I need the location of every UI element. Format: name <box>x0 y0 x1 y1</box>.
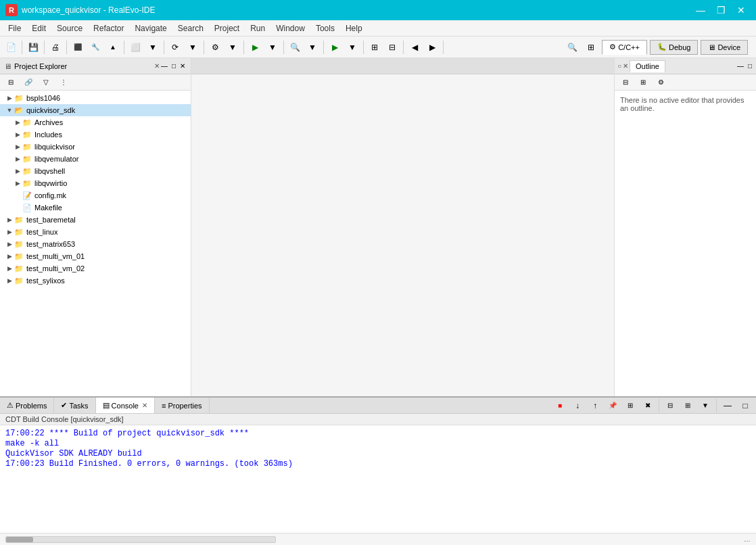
menu-source[interactable]: Source <box>51 22 88 34</box>
right-panel-minimize[interactable]: — <box>736 62 745 70</box>
tb-sep6 <box>204 41 204 54</box>
perspective-debug[interactable]: 🐛 Debug <box>650 40 698 55</box>
label-test-sylixos: test_sylixos <box>26 277 65 285</box>
tb-btn7[interactable]: 🔍 <box>287 39 303 55</box>
bt-maximize[interactable]: □ <box>737 398 753 414</box>
tab-console-label: Console <box>112 402 139 410</box>
bt-up[interactable]: ↑ <box>587 398 603 414</box>
tb-btn1[interactable]: ⬛ <box>70 39 86 55</box>
tb-save[interactable]: 💾 <box>25 39 41 55</box>
menu-navigate[interactable]: Navigate <box>129 22 172 34</box>
panel-minimize[interactable]: — <box>160 62 169 70</box>
pt-collapse[interactable]: ⊟ <box>3 74 19 91</box>
tb-dropdown2[interactable]: ▼ <box>185 39 201 55</box>
outline-content: There is no active editor that provides … <box>615 91 756 396</box>
tb-ext2[interactable]: ⊟ <box>384 39 400 55</box>
tab-properties[interactable]: ≡ Properties <box>155 398 210 413</box>
tb-dropdown4[interactable]: ▼ <box>264 39 281 55</box>
tree-item-test-multi-vm-02[interactable]: ▶ 📁 test_multi_vm_02 <box>0 262 191 275</box>
close-button[interactable]: ✕ <box>732 3 751 17</box>
tree-item-test-matrix653[interactable]: ▶ 📁 test_matrix653 <box>0 238 191 250</box>
bt-minimize[interactable]: — <box>719 398 736 414</box>
panel-maximize[interactable]: □ <box>170 62 177 70</box>
tb-layout[interactable]: ⊞ <box>583 39 599 55</box>
bt-console-btn1[interactable]: ⊟ <box>662 398 678 414</box>
tree-item-bspls1046[interactable]: ▶ 📁 bspls1046 <box>0 92 191 104</box>
minimize-button[interactable]: — <box>691 3 710 17</box>
rt-btn2[interactable]: ⊞ <box>635 74 651 91</box>
tb-print[interactable]: 🖨 <box>47 39 64 55</box>
label-includes: Includes <box>34 131 62 139</box>
bt-console-btn2[interactable]: ⊞ <box>680 398 696 414</box>
tb-run[interactable]: ▶ <box>247 39 263 55</box>
menu-help[interactable]: Help <box>340 22 368 34</box>
pt-menu[interactable]: ⋮ <box>55 74 72 91</box>
rt-btn3[interactable]: ⚙ <box>653 74 669 91</box>
tree-item-test-baremetal[interactable]: ▶ 📁 test_baremetal <box>0 214 191 226</box>
tb-ext1[interactable]: ⊞ <box>367 39 383 55</box>
menu-search[interactable]: Search <box>172 22 209 34</box>
pt-filter[interactable]: ▽ <box>38 74 54 91</box>
tree-item-libqvshell[interactable]: ▶ 📁 libqvshell <box>0 165 191 177</box>
tb-dropdown1[interactable]: ▼ <box>145 39 161 55</box>
perspective-cpp[interactable]: ⚙ C/C++ <box>602 40 647 55</box>
bt-pin[interactable]: 📌 <box>605 398 621 414</box>
tree-item-archives[interactable]: ▶ 📁 Archives <box>0 116 191 128</box>
bt-console-dropdown[interactable]: ▼ <box>697 398 713 414</box>
menu-edit[interactable]: Edit <box>26 22 51 34</box>
tree-item-test-multi-vm-01[interactable]: ▶ 📁 test_multi_vm_01 <box>0 250 191 262</box>
tree-item-configmk[interactable]: 📝 config.mk <box>0 189 191 202</box>
bt-sep <box>659 399 659 412</box>
tab-outline[interactable]: Outline <box>630 60 665 72</box>
bt-clear[interactable]: ✖ <box>640 398 656 414</box>
label-configmk: config.mk <box>34 191 66 199</box>
tb-next[interactable]: ▶ <box>424 39 440 55</box>
maximize-button[interactable]: ❐ <box>711 3 730 17</box>
tb-search[interactable]: 🔍 <box>564 39 580 55</box>
tb-btn5[interactable]: ⟳ <box>167 39 183 55</box>
menu-file[interactable]: File <box>3 22 26 34</box>
tab-console[interactable]: ▤ Console ✕ <box>96 398 155 413</box>
bottom-footer: … <box>0 533 756 545</box>
pt-link[interactable]: 🔗 <box>20 74 37 91</box>
bt-down[interactable]: ↓ <box>569 398 586 414</box>
tb-dropdown6[interactable]: ▼ <box>344 39 360 55</box>
tree-item-quickvisor-sdk[interactable]: ▼ 📂 quickvisor_sdk <box>0 104 191 116</box>
tree-item-libqvemulator[interactable]: ▶ 📁 libqvemulator <box>0 153 191 165</box>
folder-icon-archives: 📁 <box>22 117 32 128</box>
tb-debug[interactable]: ▶ <box>327 39 343 55</box>
arrow-test-multi-vm-02: ▶ <box>5 265 14 272</box>
menubar: File Edit Source Refactor Navigate Searc… <box>0 20 756 37</box>
tb-btn2[interactable]: 🔧 <box>87 39 103 55</box>
tree-item-libquickvisor[interactable]: ▶ 📁 libquickvisor <box>0 141 191 153</box>
tb-btn6[interactable]: ⚙ <box>207 39 223 55</box>
console-area: 17:00:22 **** Build of project quickviso… <box>0 425 756 533</box>
tb-btn3[interactable]: ▲ <box>105 39 121 55</box>
bt-terminate[interactable]: ■ <box>552 398 568 414</box>
arrow-libqvshell: ▶ <box>14 168 22 174</box>
tab-tasks[interactable]: ✔ Tasks <box>54 398 95 413</box>
tb-new[interactable]: 📄 <box>3 39 19 55</box>
rt-btn1[interactable]: ⊟ <box>617 74 634 91</box>
tb-dropdown3[interactable]: ▼ <box>225 39 241 55</box>
perspective-device[interactable]: 🖥 Device <box>701 40 748 55</box>
menu-window[interactable]: Window <box>270 22 310 34</box>
tree-item-includes[interactable]: ▶ 📁 Includes <box>0 128 191 141</box>
panel-close[interactable]: ✕ <box>179 62 187 70</box>
tb-sep7 <box>243 41 244 54</box>
tb-sep9 <box>323 41 324 54</box>
tb-prev[interactable]: ◀ <box>406 39 423 55</box>
right-panel-maximize[interactable]: □ <box>747 62 753 70</box>
menu-run[interactable]: Run <box>245 22 270 34</box>
menu-refactor[interactable]: Refactor <box>88 22 129 34</box>
tab-problems[interactable]: ⚠ Problems <box>0 398 54 413</box>
menu-tools[interactable]: Tools <box>310 22 340 34</box>
menu-project[interactable]: Project <box>209 22 245 34</box>
tree-item-libqvwirtio[interactable]: ▶ 📁 libqvwirtio <box>0 177 191 189</box>
tb-btn4[interactable]: ⬜ <box>127 39 143 55</box>
tb-dropdown5[interactable]: ▼ <box>304 39 321 55</box>
tree-item-test-linux[interactable]: ▶ 📁 test_linux <box>0 226 191 238</box>
tree-item-makefile[interactable]: 📄 Makefile <box>0 202 191 214</box>
bt-copy[interactable]: ⊞ <box>622 398 638 414</box>
tree-item-test-sylixos[interactable]: ▶ 📁 test_sylixos <box>0 275 191 287</box>
